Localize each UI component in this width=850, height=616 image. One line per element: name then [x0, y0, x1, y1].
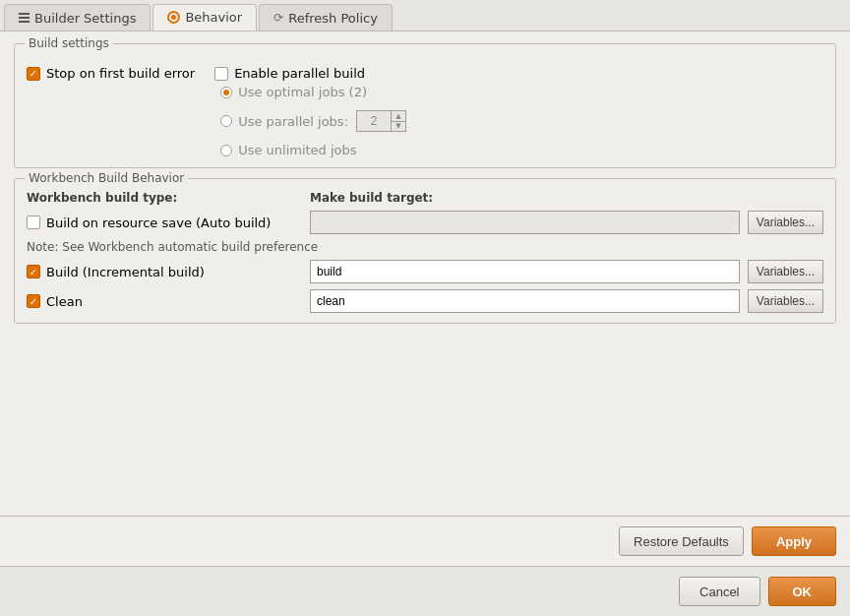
clean-row: Clean Variables... [27, 289, 823, 313]
tab-refresh-policy[interactable]: ⟳ Refresh Policy [259, 4, 393, 31]
stop-on-error-text: Stop on first build error [46, 66, 195, 81]
workbench-header-row: Workbench build type: Make build target: [27, 191, 823, 205]
wb-build-type-label: Workbench build type: [27, 191, 177, 205]
lines-icon [19, 13, 30, 23]
auto-build-text: Build on resource save (Auto build) [46, 216, 271, 230]
tab-builder-settings[interactable]: Builder Settings [4, 4, 151, 31]
auto-build-label[interactable]: Build on resource save (Auto build) [27, 216, 271, 230]
radio-parallel [220, 115, 232, 127]
radio-optimal-text: Use optimal jobs (2) [238, 85, 367, 99]
restore-defaults-button[interactable]: Restore Defaults [619, 526, 744, 556]
clean-variables-button[interactable]: Variables... [748, 289, 823, 313]
auto-build-target-input [310, 211, 740, 234]
refresh-icon: ⟳ [273, 11, 283, 25]
spinbox-wrap: ▲ ▼ [356, 110, 406, 132]
spin-up-button[interactable]: ▲ [392, 111, 405, 122]
clean-checkbox-area: Clean [27, 294, 302, 309]
build-settings-inner: Stop on first build error Enable paralle… [27, 62, 823, 157]
ok-button[interactable]: OK [768, 577, 837, 606]
radio-optimal [220, 87, 232, 98]
tab-builder-settings-label: Builder Settings [34, 11, 136, 26]
enable-parallel-checkbox[interactable] [214, 67, 228, 81]
radio-unlimited [220, 145, 232, 156]
radio-optimal-label: Use optimal jobs (2) [220, 85, 367, 99]
workbench-title: Workbench Build Behavior [25, 171, 188, 185]
cancel-button[interactable]: Cancel [679, 577, 759, 606]
wb-build-type-label-area: Workbench build type: [27, 191, 302, 205]
stop-on-error-label[interactable]: Stop on first build error [27, 66, 195, 81]
stop-on-error-row: Stop on first build error [27, 66, 195, 81]
build-left: Stop on first build error [27, 62, 195, 157]
radio-parallel-label: Use parallel jobs: [220, 114, 348, 129]
incremental-build-text: Build (Incremental build) [46, 265, 205, 279]
incremental-build-row: Build (Incremental build) Variables... [27, 260, 823, 283]
spin-arrows: ▲ ▼ [392, 110, 406, 132]
workbench-section: Workbench Build Behavior Workbench build… [14, 178, 836, 324]
tab-bar: Builder Settings Behavior ⟳ Refresh Poli… [0, 0, 850, 31]
clean-target-input[interactable] [310, 289, 740, 313]
stop-on-error-checkbox[interactable] [27, 67, 40, 81]
clean-text: Clean [46, 294, 83, 309]
radio-unlimited-text: Use unlimited jobs [238, 143, 356, 157]
clean-label[interactable]: Clean [27, 294, 83, 309]
incremental-build-label[interactable]: Build (Incremental build) [27, 265, 205, 279]
bottom-bar: Restore Defaults Apply [0, 516, 850, 566]
build-right: Enable parallel build Use optimal jobs (… [214, 62, 823, 157]
auto-build-checkbox[interactable] [27, 216, 40, 229]
incremental-build-checkbox[interactable] [27, 265, 40, 278]
radio-parallel-row: Use parallel jobs: ▲ ▼ [220, 110, 823, 132]
spin-down-button[interactable]: ▼ [392, 122, 405, 132]
circle-icon [167, 11, 180, 24]
incremental-build-target-input[interactable] [310, 260, 740, 283]
parallel-section: Use optimal jobs (2) Use parallel jobs: … [220, 81, 823, 157]
tab-behavior[interactable]: Behavior [152, 4, 257, 31]
wb-make-target-label: Make build target: [310, 191, 433, 205]
radio-unlimited-row: Use unlimited jobs [220, 143, 823, 157]
auto-build-row: Build on resource save (Auto build) Vari… [27, 211, 823, 234]
auto-build-checkbox-area: Build on resource save (Auto build) [27, 216, 302, 230]
radio-optimal-row: Use optimal jobs (2) [220, 85, 823, 99]
auto-build-variables-button[interactable]: Variables... [748, 211, 823, 234]
incremental-build-variables-button[interactable]: Variables... [748, 260, 823, 283]
note-text: Note: See Workbench automatic build pref… [27, 240, 823, 254]
enable-parallel-label[interactable]: Enable parallel build [214, 66, 365, 81]
build-settings-section: Build settings Stop on first build error… [14, 43, 836, 168]
tab-refresh-policy-label: Refresh Policy [288, 11, 378, 26]
apply-button[interactable]: Apply [752, 526, 836, 556]
incremental-build-checkbox-area: Build (Incremental build) [27, 265, 302, 279]
radio-parallel-text: Use parallel jobs: [238, 114, 348, 129]
footer: Cancel OK [0, 566, 850, 616]
tab-behavior-label: Behavior [185, 10, 242, 25]
parallel-jobs-input[interactable] [356, 110, 392, 132]
enable-parallel-row: Enable parallel build [214, 66, 823, 81]
radio-unlimited-label: Use unlimited jobs [220, 143, 356, 157]
enable-parallel-text: Enable parallel build [234, 66, 365, 81]
main-content: Build settings Stop on first build error… [0, 31, 850, 516]
build-settings-title: Build settings [25, 36, 113, 50]
clean-checkbox[interactable] [27, 294, 40, 308]
